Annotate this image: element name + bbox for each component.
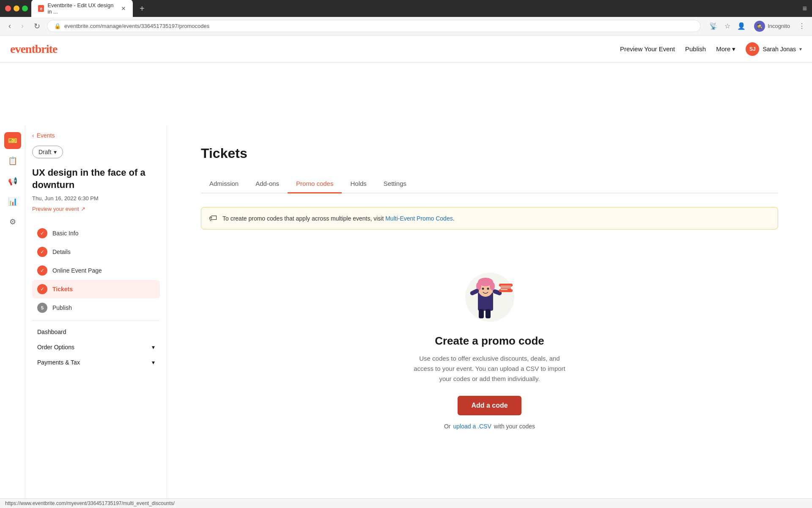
- more-label: More: [716, 45, 730, 52]
- maximize-dot[interactable]: [22, 6, 28, 11]
- tab-holds[interactable]: Holds: [342, 175, 375, 193]
- add-code-button[interactable]: Add a code: [458, 396, 521, 415]
- tab-promo-codes[interactable]: Promo codes: [288, 175, 342, 193]
- sidebar-icon-marketing[interactable]: 📢: [4, 173, 21, 190]
- svg-point-12: [511, 286, 514, 290]
- tab-title: Eventbrite - Edit UX design in ...: [47, 2, 118, 15]
- sidebar-icon-analytics[interactable]: 📊: [4, 193, 21, 210]
- sidebar-icon-orders[interactable]: 📋: [4, 152, 21, 169]
- draft-chevron-icon: ▾: [54, 149, 57, 155]
- promo-illustration: [460, 263, 519, 323]
- sidebar-icon-settings[interactable]: ⚙: [4, 213, 21, 230]
- info-banner-text: To create promo codes that apply across …: [222, 215, 455, 222]
- sidebar-label-online-event-page: Online Event Page: [52, 267, 102, 274]
- multi-event-promo-codes-link[interactable]: Multi-Event Promo Codes: [385, 215, 453, 222]
- main-content: Tickets Admission Add-ons Promo codes Ho…: [167, 125, 812, 508]
- tickets-tabs: Admission Add-ons Promo codes Holds Sett…: [201, 175, 778, 193]
- event-title: UX design in the face of a downturn: [32, 167, 160, 191]
- sidebar-label-tickets: Tickets: [52, 286, 73, 293]
- check-icon-tickets: ✓: [37, 284, 47, 294]
- tab-settings[interactable]: Settings: [375, 175, 415, 193]
- user-chevron-icon: ▾: [799, 46, 802, 52]
- user-name: Sarah Jonas: [763, 46, 796, 52]
- sidebar-label-publish: Publish: [52, 304, 72, 311]
- sidebar-item-dashboard[interactable]: Dashboard: [32, 324, 160, 340]
- dashboard-label: Dashboard: [37, 329, 66, 335]
- browser-settings-icon[interactable]: ⋮: [797, 20, 807, 32]
- toolbar-icons: 📡 ☆ 👤: [708, 20, 747, 32]
- external-link-icon: ↗: [81, 206, 85, 212]
- top-navigation: eventbrite Preview Your Event Publish Mo…: [0, 36, 812, 63]
- preview-event-link[interactable]: Preview Your Event: [620, 45, 675, 52]
- draft-badge[interactable]: Draft ▾: [32, 146, 63, 158]
- empty-state: Create a promo code Use codes to offer e…: [201, 246, 778, 447]
- bookmark-icon[interactable]: ☆: [723, 20, 732, 32]
- url-text: eventbrite.com/manage/events/33645173519…: [64, 23, 209, 29]
- sidebar-item-basic-info[interactable]: ✓ Basic Info: [32, 224, 160, 243]
- incognito-button[interactable]: 🕵 Incognito: [751, 19, 793, 33]
- check-icon-details: ✓: [37, 247, 47, 257]
- sidebar-item-online-event-page[interactable]: ✓ Online Event Page: [32, 261, 160, 280]
- back-link-label: Events: [37, 132, 55, 139]
- browser-menu-button[interactable]: ≡: [802, 4, 807, 13]
- number-icon-publish: 5: [37, 303, 47, 313]
- draft-label: Draft: [38, 149, 51, 155]
- sidebar-icon-ticket[interactable]: 🎫: [4, 132, 21, 149]
- publish-button[interactable]: Publish: [685, 45, 706, 52]
- svg-point-6: [482, 288, 484, 290]
- back-button[interactable]: ‹: [5, 20, 14, 32]
- profile-icon[interactable]: 👤: [735, 20, 747, 32]
- order-options-chevron-icon: ▾: [152, 344, 155, 351]
- sidebar-item-publish[interactable]: 5 Publish: [32, 298, 160, 317]
- page-title: Tickets: [201, 146, 778, 161]
- sidebar-label-details: Details: [52, 248, 71, 255]
- eventbrite-logo[interactable]: eventbrite: [10, 42, 57, 56]
- back-arrow-icon: ‹: [32, 132, 34, 139]
- more-chevron-icon: ▾: [732, 45, 735, 53]
- sidebar-divider-1: [32, 320, 160, 321]
- user-avatar: SJ: [746, 42, 759, 56]
- more-button[interactable]: More ▾: [716, 45, 735, 53]
- new-tab-button[interactable]: +: [136, 3, 148, 14]
- sidebar-item-details[interactable]: ✓ Details: [32, 243, 160, 261]
- logo-text: eventbrite: [10, 42, 57, 55]
- or-line: Or upload a .CSV with your codes: [444, 423, 535, 430]
- info-text-after: .: [453, 215, 455, 222]
- main-sidebar: ‹ Events Draft ▾ UX design in the face o…: [25, 125, 167, 508]
- active-tab[interactable]: e Eventbrite - Edit UX design in ... ✕: [31, 0, 133, 17]
- status-bar: https://www.eventbrite.com/myevent/33645…: [0, 498, 812, 508]
- tab-add-ons[interactable]: Add-ons: [247, 175, 288, 193]
- info-banner: 🏷 To create promo codes that apply acros…: [201, 207, 778, 229]
- address-bar[interactable]: 🔒 eventbrite.com/manage/events/336451735…: [47, 20, 701, 32]
- order-options-label: Order Options: [37, 344, 74, 351]
- preview-link-label: Preview your event: [32, 206, 79, 212]
- upload-csv-link[interactable]: upload a .CSV: [453, 423, 491, 430]
- payments-tax-label: Payments & Tax: [37, 359, 80, 366]
- reload-button[interactable]: ↻: [30, 20, 44, 33]
- close-dot[interactable]: [5, 6, 11, 11]
- incognito-label: Incognito: [768, 23, 790, 29]
- browser-title-bar: e Eventbrite - Edit UX design in ... ✕ +…: [0, 0, 812, 17]
- browser-dots: [5, 6, 28, 11]
- back-to-events-link[interactable]: ‹ Events: [32, 132, 160, 139]
- tab-close-button[interactable]: ✕: [121, 5, 126, 12]
- forward-button[interactable]: ›: [18, 20, 27, 32]
- empty-state-title: Create a promo code: [435, 334, 544, 348]
- user-menu-button[interactable]: SJ Sarah Jonas ▾: [746, 42, 802, 56]
- preview-event-sidebar-link[interactable]: Preview your event ↗: [32, 206, 160, 212]
- empty-state-description: Use codes to offer exclusive discounts, …: [409, 353, 570, 384]
- svg-point-5: [490, 282, 495, 290]
- incognito-avatar: 🕵: [754, 21, 765, 32]
- or-text: Or: [444, 423, 451, 430]
- payments-tax-chevron-icon: ▾: [152, 359, 155, 366]
- sidebar-item-order-options[interactable]: Order Options ▾: [32, 340, 160, 355]
- check-icon-online-event-page: ✓: [37, 265, 47, 276]
- nav-items-section: ✓ Basic Info ✓ Details ✓ Online Event Pa…: [32, 224, 160, 317]
- sidebar-item-payments-tax[interactable]: Payments & Tax ▾: [32, 355, 160, 370]
- cast-icon[interactable]: 📡: [708, 20, 719, 32]
- minimize-dot[interactable]: [14, 6, 19, 11]
- tab-admission[interactable]: Admission: [201, 175, 247, 193]
- tab-favicon: e: [38, 5, 44, 12]
- svg-point-7: [487, 288, 489, 290]
- sidebar-item-tickets[interactable]: ✓ Tickets: [32, 280, 160, 298]
